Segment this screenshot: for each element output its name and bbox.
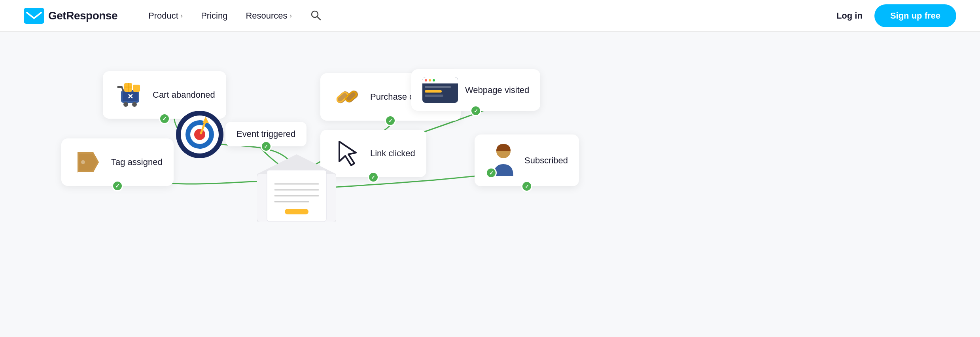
- webpage-check: ✓: [470, 105, 481, 116]
- svg-point-7: [132, 102, 137, 107]
- subscribed-label: Subscribed: [524, 155, 568, 166]
- event-triggered-card[interactable]: Event triggered ✓: [225, 122, 306, 146]
- webpage-visited-label: Webpage visited: [465, 85, 529, 95]
- search-button[interactable]: [307, 6, 324, 25]
- tag-assigned-card[interactable]: Tag assigned: [61, 138, 174, 186]
- svg-text:✕: ✕: [127, 93, 133, 100]
- cart-check: [159, 113, 170, 124]
- tag-assigned-label: Tag assigned: [111, 157, 163, 167]
- svg-rect-0: [24, 8, 44, 24]
- cart-icon: ✕: [114, 79, 146, 111]
- event-triggered-label: Event triggered: [236, 129, 295, 139]
- person-icon: [486, 142, 517, 178]
- resources-chevron-icon: ›: [290, 12, 292, 19]
- svg-rect-32: [285, 209, 308, 214]
- webpage-icon: [422, 77, 458, 103]
- envelope-icon: [253, 150, 340, 231]
- navbar: GetResponse Product › Pricing Resources …: [0, 0, 980, 32]
- webpage-visited-card[interactable]: Webpage visited ✓: [411, 69, 540, 111]
- svg-point-17: [194, 129, 205, 140]
- nav-product[interactable]: Product ›: [141, 8, 190, 24]
- tag-icon: [72, 146, 104, 178]
- subscribed-card[interactable]: Subscribed ✓: [475, 134, 579, 186]
- nav-right: Log in Sign up free: [836, 4, 956, 27]
- chain-icon: [331, 81, 363, 113]
- svg-rect-9: [133, 85, 140, 92]
- logo-text: GetResponse: [48, 9, 117, 22]
- tag-check: [112, 180, 123, 191]
- main-content: ✕ Cart abandoned: [0, 32, 980, 337]
- link-clicked-label: Link clicked: [370, 148, 415, 159]
- nav-pricing[interactable]: Pricing: [194, 8, 235, 24]
- svg-point-6: [123, 102, 128, 107]
- signup-button[interactable]: Sign up free: [874, 4, 956, 27]
- nav-links: Product › Pricing Resources ›: [141, 6, 836, 25]
- search-icon: [310, 9, 321, 21]
- person-badge-check: [486, 167, 497, 178]
- product-chevron-icon: ›: [181, 12, 183, 19]
- target-icon: [174, 109, 225, 162]
- purchase-check: ✓: [385, 115, 396, 126]
- nav-resources[interactable]: Resources ›: [238, 8, 299, 24]
- subscribed-check: ✓: [521, 181, 532, 192]
- logo[interactable]: GetResponse: [24, 8, 117, 24]
- svg-marker-24: [339, 142, 356, 165]
- svg-line-2: [317, 17, 320, 20]
- cart-abandoned-label: Cart abandoned: [153, 90, 215, 100]
- login-button[interactable]: Log in: [836, 11, 863, 21]
- link-check: ✓: [368, 172, 379, 183]
